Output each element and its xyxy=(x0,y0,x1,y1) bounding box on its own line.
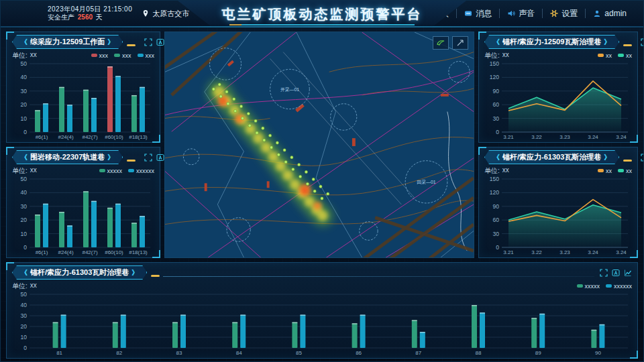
zone-label: 回采—01 xyxy=(417,180,435,185)
panel-title-pill[interactable]: 《锚杆/索应力-12509瓦斯治理巷》 xyxy=(484,35,619,49)
svg-text:30: 30 xyxy=(493,115,500,122)
locate-button[interactable] xyxy=(452,36,468,50)
panel-header: 《锚杆/索应力-61303瓦斯治理巷》 xyxy=(484,150,632,164)
panel-toolbar xyxy=(641,154,644,162)
fullscreen-icon[interactable] xyxy=(641,154,644,162)
panel-title: 围岩移动-22307轨道巷 xyxy=(30,152,105,162)
locate-icon xyxy=(456,39,464,47)
mine-map-panel[interactable]: 开采—01 回采—01 xyxy=(164,32,474,258)
legend-item[interactable]: xxx xyxy=(114,52,131,59)
panel-title: 综采应力-12509工作面 xyxy=(30,37,105,47)
svg-text:20: 20 xyxy=(21,217,28,223)
legend-item[interactable]: xxxxxx xyxy=(606,283,632,290)
svg-text:85: 85 xyxy=(296,350,302,356)
svg-text:120: 120 xyxy=(490,189,499,196)
svg-text:#60(10): #60(10) xyxy=(105,134,123,140)
chart-plot: 03060901201503.213.223.233.243.24 xyxy=(484,176,632,256)
panel-title-pill[interactable]: 《锚杆/索应力-61303瓦时治理巷》 xyxy=(12,265,147,280)
svg-text:90: 90 xyxy=(595,350,601,356)
panel-toolbar xyxy=(641,38,644,46)
angle-left-icon: 《 xyxy=(493,38,500,47)
svg-text:0: 0 xyxy=(496,244,499,251)
fullscreen-icon[interactable] xyxy=(641,38,644,46)
unit-label: 单位: xyxy=(484,51,500,60)
legend-label: xx xyxy=(626,168,632,174)
title-accent-dash xyxy=(623,160,632,162)
safety-days-value: 2560 xyxy=(78,13,93,21)
panel-header: 《围岩移动-22307轨道巷》 xyxy=(12,150,154,164)
safety-label: 安全生产 xyxy=(48,13,74,21)
a-icon[interactable] xyxy=(612,269,620,277)
unit-value: xx xyxy=(30,282,37,291)
svg-text:84: 84 xyxy=(236,350,242,356)
angle-left-icon: 《 xyxy=(21,268,28,278)
legend-swatch xyxy=(598,54,604,57)
safety-days-unit: 天 xyxy=(96,13,103,21)
legend-item[interactable]: xxxxx xyxy=(99,168,123,174)
legend-swatch xyxy=(138,54,144,57)
svg-text:3.23: 3.23 xyxy=(559,249,570,255)
title-accent-dash xyxy=(623,44,632,46)
legend-item[interactable]: xx xyxy=(598,168,612,174)
panel-title-pill[interactable]: 《综采应力-12509工作面》 xyxy=(12,35,123,49)
a-icon[interactable] xyxy=(156,154,164,162)
title-accent-dash xyxy=(127,160,136,162)
panel-anchor-stress-12509: 《锚杆/索应力-12509瓦斯治理巷》单位:xxxxxx030609012015… xyxy=(478,32,638,143)
svg-text:90: 90 xyxy=(493,203,500,210)
fullscreen-icon[interactable] xyxy=(600,269,608,277)
bar-chart: 01020304050#6(1)#24(4)#42(7)#60(10)#18(1… xyxy=(12,60,154,141)
angle-right-icon: 》 xyxy=(107,38,114,47)
nav-label: 消息 xyxy=(476,8,492,19)
panel-title-pill[interactable]: 《围岩移动-22307轨道巷》 xyxy=(12,150,123,164)
legend-item[interactable]: xxxxx xyxy=(577,283,600,290)
nav-item-sound[interactable]: 声音 xyxy=(500,8,542,19)
unit-value: xx xyxy=(502,51,509,60)
chart-plot: 0102030405081828384858687888990 xyxy=(12,291,632,357)
svg-text:81: 81 xyxy=(56,350,62,356)
fullscreen-icon[interactable] xyxy=(144,154,152,162)
safety-days: 安全生产 2560 天 xyxy=(48,13,132,22)
message-icon xyxy=(464,9,472,17)
legend-item[interactable]: xx xyxy=(598,52,612,59)
svg-text:#6(1): #6(1) xyxy=(36,134,48,140)
svg-text:10: 10 xyxy=(21,334,28,341)
svg-text:30: 30 xyxy=(21,88,28,95)
unit: 单位:xx xyxy=(484,51,509,60)
legend-item[interactable]: xx xyxy=(618,168,632,174)
panel-title-pill[interactable]: 《锚杆/索应力-61303瓦斯治理巷》 xyxy=(484,150,619,164)
legend-label: xxxxx xyxy=(585,283,600,290)
legend-label: xxx xyxy=(99,52,109,59)
panel-subheader: 单位:xxxxxx xyxy=(484,166,632,176)
angle-right-icon: 》 xyxy=(604,38,610,47)
legend-item[interactable]: xxx xyxy=(138,52,155,59)
layers-icon xyxy=(436,39,445,47)
svg-text:30: 30 xyxy=(21,312,28,319)
trend-icon[interactable] xyxy=(624,269,632,277)
time-label: 21:15:00 xyxy=(103,5,132,13)
svg-text:83: 83 xyxy=(176,350,182,356)
svg-text:150: 150 xyxy=(490,176,499,182)
panel-subheader: 单位:xxxxxxxxxxxxx xyxy=(12,281,632,291)
nav-item-settings[interactable]: 设置 xyxy=(543,8,585,19)
angle-right-icon: 》 xyxy=(107,153,114,162)
panel-header: 《锚杆/索应力-12509瓦斯治理巷》 xyxy=(484,35,632,49)
nav-item-user[interactable]: admin xyxy=(586,9,634,18)
nav-item-message[interactable]: 消息 xyxy=(457,8,499,19)
panel-anchor-stress-61303: 《锚杆/索应力-61303瓦斯治理巷》单位:xxxxxx030609012015… xyxy=(478,147,638,258)
layers-button[interactable] xyxy=(433,36,449,50)
svg-text:3.24: 3.24 xyxy=(616,134,627,140)
legend-item[interactable]: xxxxxx xyxy=(128,168,154,174)
svg-text:3.21: 3.21 xyxy=(503,134,514,140)
legend-item[interactable]: xx xyxy=(618,52,632,59)
svg-text:60: 60 xyxy=(493,101,500,108)
bar-chart: 0102030405081828384858687888990 xyxy=(12,291,632,357)
chart-legend: xxxxxxxxxxx xyxy=(93,168,155,174)
a-icon[interactable] xyxy=(156,38,164,46)
fullscreen-icon[interactable] xyxy=(144,38,152,46)
legend-item[interactable]: xxx xyxy=(91,52,109,59)
svg-text:90: 90 xyxy=(493,88,500,95)
nav-label: admin xyxy=(604,9,627,18)
panel-anchor-stress-61303-hourly: 《锚杆/索应力-61303瓦时治理巷》单位:xxxxxxxxxxxxx01020… xyxy=(6,262,638,359)
legend-swatch xyxy=(598,169,604,172)
svg-text:#42(7): #42(7) xyxy=(82,249,97,255)
